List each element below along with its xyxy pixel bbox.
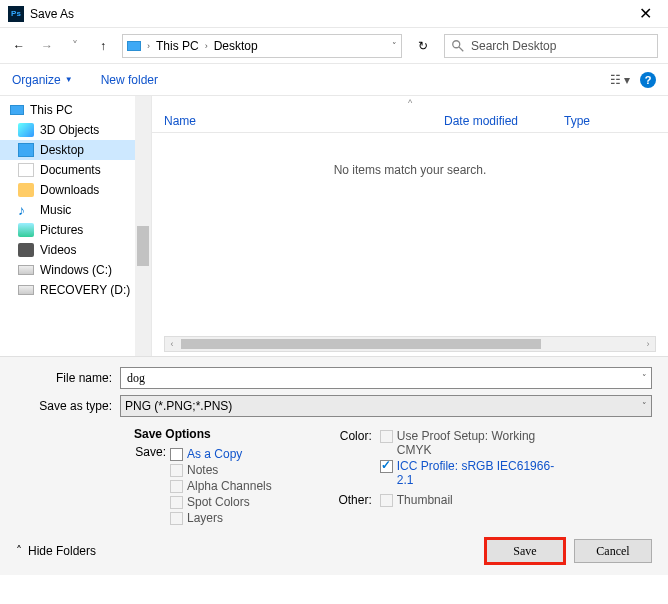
column-name[interactable]: Name [164, 114, 444, 128]
layers-checkbox [170, 512, 183, 525]
notes-checkbox [170, 464, 183, 477]
documents-icon [18, 163, 34, 177]
sort-indicator-icon[interactable]: ^ [152, 96, 668, 110]
tree-this-pc[interactable]: This PC [0, 100, 151, 120]
column-date[interactable]: Date modified [444, 114, 564, 128]
chevron-up-icon: ˄ [16, 544, 22, 558]
tree-documents[interactable]: Documents [0, 160, 151, 180]
filename-field[interactable] [125, 370, 642, 387]
tree-music[interactable]: ♪Music [0, 200, 151, 220]
desktop-icon [18, 143, 34, 157]
save-button[interactable]: Save [486, 539, 564, 563]
alpha-checkbox [170, 480, 183, 493]
filename-label: File name: [16, 371, 120, 385]
svg-line-1 [459, 46, 463, 50]
tree-videos[interactable]: Videos [0, 240, 151, 260]
tree-drive-c[interactable]: Windows (C:) [0, 260, 151, 280]
save-label: Save: [134, 445, 170, 527]
tree-pictures[interactable]: Pictures [0, 220, 151, 240]
search-placeholder: Search Desktop [471, 39, 556, 53]
tree-3d-objects[interactable]: 3D Objects [0, 120, 151, 140]
close-icon[interactable]: ✕ [631, 2, 660, 26]
organize-button[interactable]: Organize ▼ [12, 73, 73, 87]
hide-folders-button[interactable]: ˄ Hide Folders [16, 544, 96, 558]
nav-tree: This PC 3D Objects Desktop Documents Dow… [0, 96, 152, 356]
help-icon[interactable]: ? [640, 72, 656, 88]
filename-input[interactable]: ˅ [120, 367, 652, 389]
crumb-desktop[interactable]: Desktop [214, 39, 258, 53]
chevron-right-icon[interactable]: › [145, 41, 152, 51]
as-copy-label[interactable]: As a Copy [187, 447, 242, 461]
refresh-icon[interactable]: ↻ [412, 39, 434, 53]
up-icon[interactable]: ↑ [94, 39, 112, 53]
downloads-icon [18, 183, 34, 197]
scroll-right-icon[interactable]: › [641, 337, 655, 351]
pc-icon [10, 105, 24, 115]
breadcrumb[interactable]: › This PC › Desktop ˅ [122, 34, 402, 58]
crumb-this-pc[interactable]: This PC [156, 39, 199, 53]
pictures-icon [18, 223, 34, 237]
filetype-select[interactable]: PNG (*.PNG;*.PNS) ˅ [120, 395, 652, 417]
filetype-label: Save as type: [16, 399, 120, 413]
color-label: Color: [332, 429, 376, 443]
icc-checkbox[interactable] [380, 460, 393, 473]
chevron-right-icon[interactable]: › [203, 41, 210, 51]
dropdown-icon[interactable]: ˅ [642, 401, 647, 411]
app-icon: Ps [8, 6, 24, 22]
icc-label[interactable]: ICC Profile: sRGB IEC61966-2.1 [397, 459, 557, 487]
tree-scrollbar[interactable] [135, 96, 151, 356]
cancel-button[interactable]: Cancel [574, 539, 652, 563]
horizontal-scrollbar[interactable]: ‹ › [164, 336, 656, 352]
proof-label: Use Proof Setup: Working CMYK [397, 429, 557, 457]
filetype-value: PNG (*.PNG;*.PNS) [125, 399, 232, 413]
forward-icon: → [38, 39, 56, 53]
breadcrumb-history-icon[interactable]: ˅ [392, 41, 397, 51]
search-icon [451, 39, 465, 53]
pc-icon [127, 41, 141, 51]
svg-point-0 [453, 40, 460, 47]
recent-dropdown-icon[interactable]: ˅ [66, 39, 84, 53]
scroll-left-icon[interactable]: ‹ [165, 337, 179, 351]
layers-label: Layers [187, 511, 223, 525]
window-title: Save As [30, 7, 631, 21]
drive-icon [18, 265, 34, 275]
view-options-button[interactable]: ☷ ▾ [610, 73, 630, 87]
3d-icon [18, 123, 34, 137]
tree-downloads[interactable]: Downloads [0, 180, 151, 200]
tree-drive-d[interactable]: RECOVERY (D:) [0, 280, 151, 300]
scrollbar-thumb[interactable] [181, 339, 541, 349]
videos-icon [18, 243, 34, 257]
as-copy-checkbox[interactable] [170, 448, 183, 461]
spot-checkbox [170, 496, 183, 509]
filename-history-icon[interactable]: ˅ [642, 373, 647, 383]
search-input[interactable]: Search Desktop [444, 34, 658, 58]
spot-label: Spot Colors [187, 495, 250, 509]
column-type[interactable]: Type [564, 114, 656, 128]
back-icon[interactable]: ← [10, 39, 28, 53]
other-label: Other: [332, 493, 376, 507]
new-folder-button[interactable]: New folder [101, 73, 158, 87]
tree-desktop[interactable]: Desktop [0, 140, 151, 160]
save-options-heading: Save Options [134, 427, 272, 441]
thumbnail-label: Thumbnail [397, 493, 453, 507]
drive-icon [18, 285, 34, 295]
notes-label: Notes [187, 463, 218, 477]
alpha-label: Alpha Channels [187, 479, 272, 493]
music-icon: ♪ [18, 203, 34, 217]
proof-checkbox [380, 430, 393, 443]
thumbnail-checkbox [380, 494, 393, 507]
scrollbar-thumb[interactable] [137, 226, 149, 266]
empty-message: No items match your search. [152, 133, 668, 207]
